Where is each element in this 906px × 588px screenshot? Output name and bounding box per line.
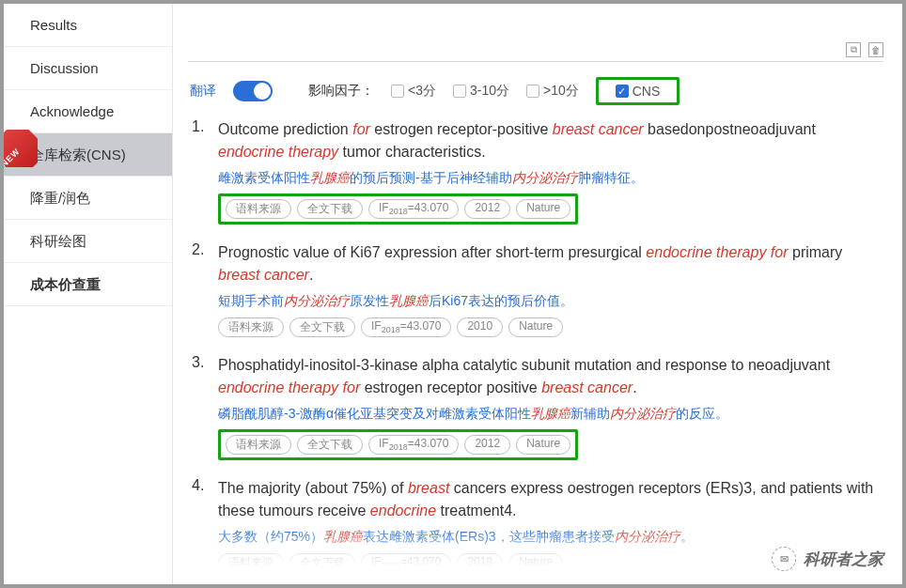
sidebar-item-1[interactable]: Discussion: [4, 47, 172, 90]
filter-3-10分[interactable]: 3-10分: [453, 83, 509, 100]
checkbox-icon: [616, 85, 629, 98]
filter-<3分[interactable]: <3分: [391, 83, 436, 100]
sidebar-item-5[interactable]: 科研绘图: [4, 220, 172, 263]
checkbox-icon: [391, 85, 404, 98]
filter-CNS[interactable]: CNS: [596, 77, 680, 105]
result-tags: 语料来源全文下载IF2018=43.0702012Nature: [218, 429, 578, 460]
result-body: Prognostic value of Ki67 expression afte…: [218, 241, 880, 336]
tag-语料来源[interactable]: 语料来源: [218, 553, 284, 573]
checkbox-icon: [453, 85, 466, 98]
result-translation: 磷脂酰肌醇-3-激酶α催化亚基突变及对雌激素受体阳性乳腺癌新辅助内分泌治疗的反应…: [218, 403, 880, 424]
result-tags: 语料来源全文下载IF2018=43.0702019Nature: [218, 553, 880, 573]
result-number: 2.: [192, 241, 218, 336]
tag-语料来源[interactable]: 语料来源: [226, 435, 291, 455]
filter-label-text: >10分: [543, 83, 579, 100]
main-panel: ⧉ 🗑 翻译 影响因子： <3分3-10分>10分CNS 1.Outcome p…: [173, 4, 902, 584]
app-frame: ResultsDiscussionAcknowledge全库检索(CNS)降重/…: [0, 0, 906, 588]
sidebar-item-2[interactable]: Acknowledge: [4, 90, 172, 133]
result-body: Outcome prediction for estrogen receptor…: [218, 118, 880, 224]
result-tags: 语料来源全文下载IF2018=43.0702012Nature: [218, 193, 578, 224]
result-number: 3.: [192, 354, 218, 460]
filter-label-text: 3-10分: [470, 83, 509, 100]
result-translation: 短期手术前内分泌治疗原发性乳腺癌后Ki67表达的预后价值。: [218, 290, 880, 311]
tag-全文下载[interactable]: 全文下载: [297, 199, 363, 219]
tag-IF2018=43.070[interactable]: IF2018=43.070: [361, 317, 451, 337]
tag-IF2018=43.070[interactable]: IF2018=43.070: [368, 199, 459, 219]
filter-label-text: <3分: [408, 83, 436, 100]
result-title[interactable]: Phosphatidyl-inositol-3-kinase alpha cat…: [218, 354, 880, 399]
tag-Nature[interactable]: Nature: [516, 435, 570, 455]
tag-IF2018=43.070[interactable]: IF2018=43.070: [361, 553, 451, 573]
tag-2010[interactable]: 2010: [457, 317, 503, 337]
sidebar-item-3[interactable]: 全库检索(CNS): [4, 133, 172, 177]
tag-IF2018=43.070[interactable]: IF2018=43.070: [368, 435, 459, 455]
result-item-4: 4.The majority (about 75%) of breast can…: [192, 477, 880, 572]
result-number: 4.: [192, 477, 218, 572]
filter-row: 翻译 影响因子： <3分3-10分>10分CNS: [180, 66, 891, 118]
tag-语料来源[interactable]: 语料来源: [226, 199, 291, 219]
new-badge: [0, 130, 38, 167]
tag-Nature[interactable]: Nature: [508, 317, 563, 337]
sidebar: ResultsDiscussionAcknowledge全库检索(CNS)降重/…: [4, 4, 173, 584]
impact-factor-label: 影响因子：: [308, 83, 374, 100]
result-title[interactable]: The majority (about 75%) of breast cance…: [218, 477, 880, 522]
result-translation: 雌激素受体阳性乳腺癌的预后预测-基于后神经辅助内分泌治疗肿瘤特征。: [218, 167, 880, 188]
result-item-2: 2.Prognostic value of Ki67 expression af…: [192, 241, 880, 336]
result-body: The majority (about 75%) of breast cance…: [218, 477, 880, 572]
results-list: 1.Outcome prediction for estrogen recept…: [180, 118, 891, 584]
tag-全文下载[interactable]: 全文下载: [289, 317, 355, 337]
tag-全文下载[interactable]: 全文下载: [289, 553, 355, 573]
copy-icon[interactable]: ⧉: [846, 42, 861, 57]
translate-toggle[interactable]: [233, 81, 273, 101]
tag-2012[interactable]: 2012: [464, 435, 510, 455]
tag-语料来源[interactable]: 语料来源: [218, 317, 284, 337]
tag-Nature[interactable]: Nature: [508, 553, 563, 573]
delete-icon[interactable]: 🗑: [868, 42, 883, 57]
result-tags: 语料来源全文下载IF2018=43.0702010Nature: [218, 317, 880, 337]
checkbox-icon: [526, 85, 539, 98]
result-translation: 大多数（约75%）乳腺癌表达雌激素受体(ERs)3，这些肿瘤患者接受内分泌治疗。: [218, 526, 880, 547]
sidebar-item-6[interactable]: 成本价查重: [4, 263, 172, 306]
tag-全文下载[interactable]: 全文下载: [297, 435, 363, 455]
tag-2012[interactable]: 2012: [464, 199, 510, 219]
tag-2019[interactable]: 2019: [457, 553, 503, 573]
result-title[interactable]: Prognostic value of Ki67 expression afte…: [218, 241, 880, 286]
sidebar-item-0[interactable]: Results: [4, 4, 172, 47]
result-body: Phosphatidyl-inositol-3-kinase alpha cat…: [218, 354, 880, 460]
result-number: 1.: [192, 118, 218, 224]
result-title[interactable]: Outcome prediction for estrogen receptor…: [218, 118, 880, 163]
filter-label-text: CNS: [633, 84, 661, 99]
translate-label: 翻译: [190, 83, 216, 100]
search-preview-area: ⧉ 🗑: [188, 4, 883, 62]
result-item-3: 3.Phosphatidyl-inositol-3-kinase alpha c…: [192, 354, 880, 460]
result-item-1: 1.Outcome prediction for estrogen recept…: [192, 118, 880, 224]
tag-Nature[interactable]: Nature: [516, 199, 570, 219]
sidebar-item-4[interactable]: 降重/润色: [4, 177, 172, 220]
filter->10分[interactable]: >10分: [526, 83, 579, 100]
